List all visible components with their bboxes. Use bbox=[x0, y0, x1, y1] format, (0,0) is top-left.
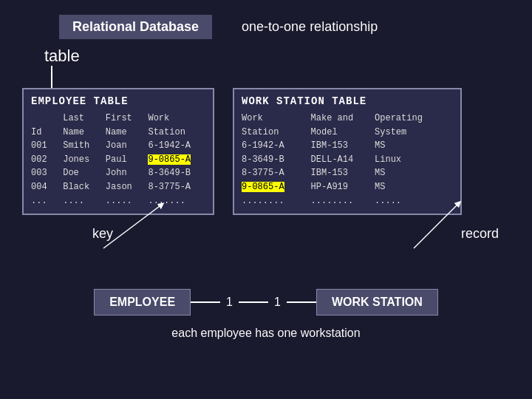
subtitle: one-to-one relationship bbox=[242, 19, 378, 35]
work-table-title: WORK STATION TABLE bbox=[242, 95, 453, 107]
relationship-diagram: EMPLOYEE 1 1 WORK STATION bbox=[15, 289, 517, 316]
key-arrow-svg bbox=[22, 112, 532, 252]
one-right: 1 bbox=[268, 296, 287, 309]
relationship-line-left: 1 bbox=[191, 296, 268, 309]
main-title: Relational Database bbox=[59, 15, 212, 39]
employee-table-title: EMPLOYEE TABLE bbox=[31, 95, 205, 107]
employee-entity: EMPLOYEE bbox=[94, 289, 191, 316]
one-left: 1 bbox=[220, 296, 239, 309]
svg-line-5 bbox=[414, 204, 458, 248]
table-label: table bbox=[44, 47, 80, 65]
work-station-entity: WORK STATION bbox=[316, 289, 438, 316]
svg-line-4 bbox=[103, 204, 163, 248]
bottom-description: each employee has one workstation bbox=[15, 327, 517, 340]
